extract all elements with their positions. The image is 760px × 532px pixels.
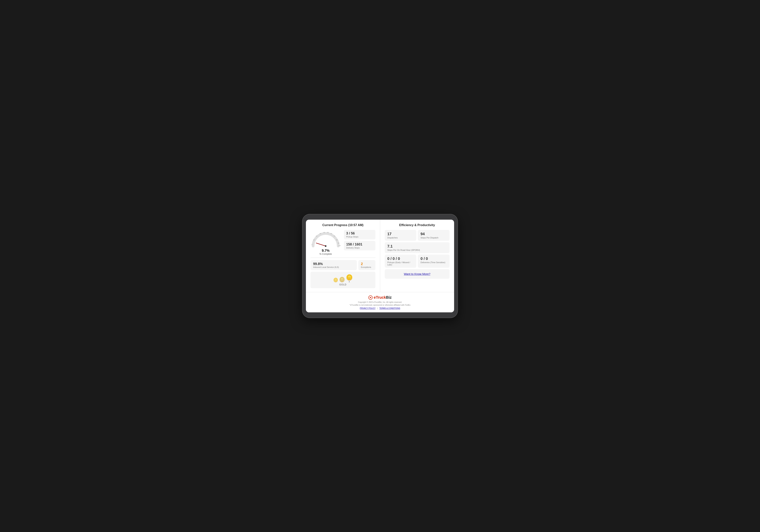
coin-gold-stack: 🪙 ▲: [346, 274, 353, 282]
exceptions-value: 2: [361, 262, 373, 266]
footer-logo-text: eTruckBiz: [374, 295, 392, 300]
delivery-stops-card: 158 / 1601 Delivery Stops: [344, 241, 375, 250]
pickups-exception-card: 0 / 0 / 0 Pickups (Early / Missed / Late…: [385, 255, 416, 268]
deliveries-exception-label: Deliveries (Time Sensitive): [420, 261, 447, 264]
coin-icons: 🪙 🪙 🪙 ▲: [313, 274, 373, 282]
footer-links: PRIVACY POLICY | TERMS & CONDITIONS: [309, 307, 451, 309]
coin-bronze-icon: 🪙: [333, 278, 338, 282]
sporh-label: Stops Per On Road Hour (SPORH): [387, 249, 447, 251]
delivery-stops-value: 158 / 1601: [346, 242, 373, 246]
sporh-card: 7.1 Stops Per On Road Hour (SPORH): [385, 242, 450, 253]
dispatches-card: 17 Dispatches: [385, 230, 416, 241]
delivery-stops-label: Delivery Stops: [346, 247, 373, 249]
pickup-stops-card: 3 / 56 Pickup Stops: [344, 230, 375, 239]
stops-per-dispatch-label: Stops Per Dispatch: [420, 237, 447, 239]
exceptions-label: Exceptions: [361, 266, 373, 268]
gauge-container: 0 10 20 30 40 5: [310, 230, 341, 255]
svg-line-11: [316, 243, 326, 246]
dashboard: Current Progress (10:57 AM): [306, 219, 454, 313]
right-panel: Efficiency & Productivity 17 Dispatches …: [380, 219, 454, 292]
ils-card: 99.8% Inbound Local Service (ILS): [310, 260, 357, 270]
efficiency-grid: 17 Dispatches 94 Stops Per Dispatch 7.1 …: [385, 230, 450, 268]
svg-text:60: 60: [331, 233, 332, 234]
gold-label: GOLD: [313, 283, 373, 286]
stops-per-dispatch-card: 94 Stops Per Dispatch: [418, 230, 450, 241]
pickups-exception-label: Pickups (Early / Missed / Late): [387, 261, 414, 266]
tablet-frame: Current Progress (10:57 AM): [302, 214, 458, 318]
sporh-value: 7.1: [387, 244, 447, 249]
footer-separator: |: [377, 307, 378, 309]
privacy-policy-link[interactable]: PRIVACY POLICY: [360, 307, 375, 309]
gauge-label: 9.7% % Complete: [319, 249, 332, 255]
efficiency-title: Efficiency & Productivity: [385, 223, 450, 227]
svg-text:0: 0: [311, 244, 312, 245]
ils-label: Inbound Local Service (ILS): [313, 266, 354, 268]
stops-per-dispatch-value: 94: [420, 232, 447, 236]
ils-value: 99.8%: [313, 262, 354, 266]
gauge-percent-value: 9.7%: [319, 249, 332, 253]
deliveries-exception-card: 0 / 0 Deliveries (Time Sensitive): [418, 255, 450, 268]
svg-point-12: [325, 245, 326, 247]
gold-badge-area: 🪙 🪙 🪙 ▲ GOLD: [310, 272, 375, 288]
footer-copyright: Copyright © 2023 eTruckBiz, Inc. All rig…: [309, 301, 451, 307]
gauge-area: 0 10 20 30 40 5: [310, 230, 375, 255]
svg-text:100: 100: [338, 245, 341, 246]
dispatches-value: 17: [387, 232, 414, 236]
pickup-delivery-stats: 3 / 56 Pickup Stops 158 / 1601 Delivery …: [344, 230, 375, 250]
footer-logo: eTruckBiz: [309, 295, 451, 300]
svg-text:30: 30: [319, 233, 321, 234]
gauge-percent-label: % Complete: [319, 253, 332, 255]
gauge-svg: 0 10 20 30 40 5: [310, 230, 341, 248]
pickups-exception-value: 0 / 0 / 0: [387, 257, 414, 261]
dispatches-label: Dispatches: [387, 237, 414, 239]
want-more-card[interactable]: Want to Know More?: [385, 269, 450, 279]
main-content: Current Progress (10:57 AM): [306, 219, 454, 292]
svg-text:80: 80: [336, 239, 338, 241]
coin-silver-icon: 🪙: [339, 277, 345, 282]
svg-text:70: 70: [334, 235, 335, 237]
svg-text:50: 50: [327, 232, 329, 233]
etruckbiz-logo-icon: [368, 295, 373, 300]
left-panel: Current Progress (10:57 AM): [306, 219, 380, 292]
pickup-stops-value: 3 / 56: [346, 231, 373, 235]
deliveries-exception-value: 0 / 0: [420, 257, 447, 261]
coin-gold-icon: 🪙: [346, 274, 353, 281]
terms-conditions-link[interactable]: TERMS & CONDITIONS: [379, 307, 400, 309]
current-progress-title: Current Progress (10:57 AM): [310, 223, 375, 227]
svg-text:90: 90: [338, 242, 339, 244]
footer: eTruckBiz Copyright © 2023 eTruckBiz, In…: [306, 292, 454, 313]
pickup-stops-label: Pickup Stops: [346, 236, 373, 238]
svg-text:10: 10: [313, 239, 315, 241]
left-divider: [310, 258, 375, 258]
left-bottom-row: 99.8% Inbound Local Service (ILS) 2 Exce…: [310, 260, 375, 270]
want-more-link[interactable]: Want to Know More?: [404, 272, 430, 275]
exceptions-card: 2 Exceptions: [358, 260, 375, 270]
svg-text:20: 20: [316, 235, 317, 237]
tablet-screen: Current Progress (10:57 AM): [306, 219, 454, 313]
gold-arrow-icon: ▲: [348, 281, 350, 282]
svg-text:40: 40: [323, 232, 325, 233]
